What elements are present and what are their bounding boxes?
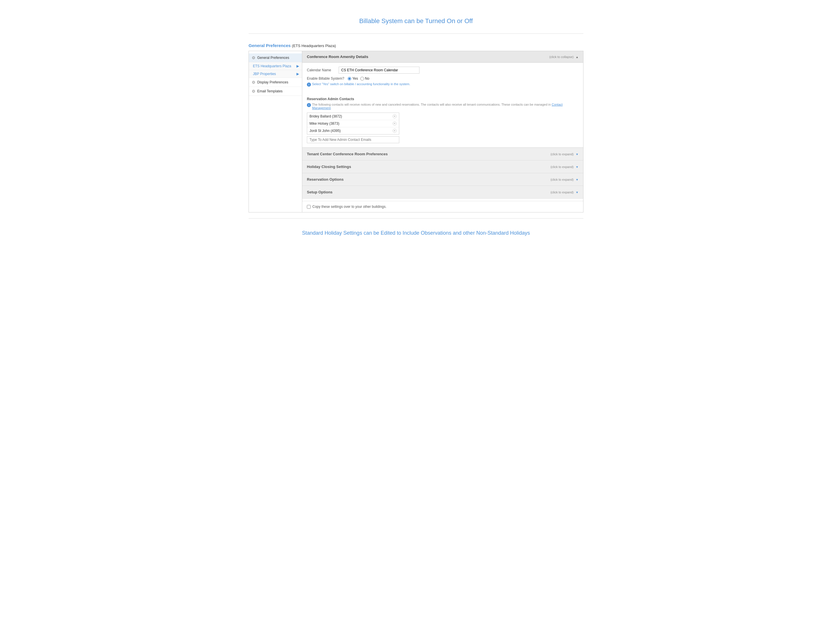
enable-billable-row: Enable Billable System? Yes No: [307, 77, 579, 80]
contact-item-1: Mike Holsey (3873) ✕: [307, 120, 399, 127]
conference-room-header: Conference Room Amenity Details (click t…: [302, 51, 583, 62]
collapsible-holiday-closing[interactable]: Holiday Closing Settings (click to expan…: [302, 160, 583, 173]
reservation-admin-info: i The following contacts will receive no…: [307, 103, 579, 110]
sidebar-item-label-email: Email Templates: [257, 89, 299, 93]
contact-remove-0[interactable]: ✕: [393, 114, 397, 118]
gear-icon-email: ⚙: [252, 89, 256, 94]
arrow-right-icon: ▶: [296, 64, 299, 68]
top-banner: Billable System can be Turned On or Off: [248, 6, 584, 34]
billable-radio-group: Yes No: [347, 77, 369, 80]
section-heading: General Preferences (ETS Headquarters Pl…: [248, 40, 584, 51]
tenant-center-expand-arrow: ▼: [576, 153, 579, 156]
section-heading-label: General Preferences: [248, 43, 291, 48]
content-area: Conference Room Amenity Details (click t…: [302, 51, 583, 212]
sidebar-item-email-templates[interactable]: ⚙ Email Templates: [249, 87, 302, 96]
contact-item-0: Bridey Ballard (3872) ✕: [307, 113, 399, 120]
collapsible-reservation-options[interactable]: Reservation Options (click to expand) ▼: [302, 173, 583, 186]
collapsible-tenant-center[interactable]: Tenant Center Conference Room Preference…: [302, 148, 583, 160]
billable-yes-label[interactable]: Yes: [347, 77, 358, 80]
setup-options-expand-arrow: ▼: [576, 191, 579, 194]
sidebar-item-ets-headquarters[interactable]: ETS Headquarters Plaza ▶: [249, 62, 302, 70]
enable-billable-label: Enable Billable System?: [307, 77, 344, 80]
copy-settings-row: Copy these settings over to your other b…: [302, 201, 583, 212]
contact-name-1: Mike Holsey (3873): [309, 121, 339, 126]
contact-remove-1[interactable]: ✕: [393, 121, 397, 126]
collapse-link[interactable]: (click to collapse) ▲: [549, 55, 579, 59]
contact-remove-2[interactable]: ✕: [393, 129, 397, 133]
sidebar-sub-label-jbp: JBP Properties: [253, 72, 276, 76]
holiday-closing-expand[interactable]: (click to expand) ▼: [550, 165, 579, 169]
copy-settings-label: Copy these settings over to your other b…: [312, 205, 387, 209]
contact-list: Bridey Ballard (3872) ✕ Mike Holsey (387…: [307, 113, 399, 134]
gear-icon: ⚙: [252, 56, 256, 60]
reservation-info-icon: i: [307, 103, 311, 107]
arrow-right-icon-jbp: ▶: [296, 72, 299, 76]
reservation-options-title: Reservation Options: [307, 177, 344, 182]
holiday-closing-expand-arrow: ▼: [576, 165, 579, 169]
contact-name-0: Bridey Ballard (3872): [309, 114, 342, 118]
bottom-banner: Standard Holiday Settings can be Edited …: [248, 218, 584, 248]
main-layout: ⚙ General Preferences ETS Headquarters P…: [248, 51, 584, 213]
reservation-options-expand-arrow: ▼: [576, 178, 579, 181]
calendar-name-row: Calendar Name: [307, 67, 579, 74]
sidebar: ⚙ General Preferences ETS Headquarters P…: [249, 51, 302, 212]
gear-icon-display: ⚙: [252, 80, 256, 85]
reservation-admin-title: Reservation Admin Contacts: [307, 97, 579, 101]
tenant-center-expand[interactable]: (click to expand) ▼: [550, 152, 579, 156]
sidebar-item-jbp-properties[interactable]: JBP Properties ▶: [249, 70, 302, 78]
conference-room-content: Calendar Name Enable Billable System? Ye…: [302, 62, 583, 93]
collapse-arrow: ▲: [576, 56, 579, 59]
sidebar-item-display-preferences[interactable]: ⚙ Display Preferences: [249, 78, 302, 87]
setup-options-title: Setup Options: [307, 190, 333, 194]
reservation-options-expand[interactable]: (click to expand) ▼: [550, 178, 579, 181]
sidebar-item-label-general: General Preferences: [257, 56, 299, 60]
setup-options-expand[interactable]: (click to expand) ▼: [550, 190, 579, 194]
conference-room-title: Conference Room Amenity Details: [307, 54, 368, 59]
holiday-closing-title: Holiday Closing Settings: [307, 165, 351, 169]
contact-name-2: Jordi St John (4395): [309, 129, 341, 133]
conference-room-section: Conference Room Amenity Details (click t…: [302, 51, 583, 148]
billable-no-label[interactable]: No: [360, 77, 369, 80]
reservation-admin-section: Reservation Admin Contacts i The followi…: [302, 93, 583, 147]
section-heading-sub: (ETS Headquarters Plaza): [292, 43, 336, 48]
add-contact-input[interactable]: [307, 136, 399, 143]
sidebar-item-label-display: Display Preferences: [257, 80, 299, 84]
billable-yes-radio[interactable]: [347, 77, 351, 80]
tenant-center-title: Tenant Center Conference Room Preference…: [307, 152, 388, 156]
calendar-name-input[interactable]: [339, 67, 419, 74]
sidebar-sub-label-ets: ETS Headquarters Plaza: [253, 64, 291, 68]
calendar-name-label: Calendar Name: [307, 68, 336, 72]
collapsible-setup-options[interactable]: Setup Options (click to expand) ▼: [302, 186, 583, 198]
billable-info-text: i Select "Yes" switch on billable / acco…: [307, 82, 579, 86]
sidebar-item-general-preferences[interactable]: ⚙ General Preferences: [249, 53, 302, 62]
info-icon: i: [307, 83, 311, 86]
copy-settings-checkbox[interactable]: [307, 205, 310, 209]
billable-no-radio[interactable]: [360, 77, 364, 80]
contact-item-2: Jordi St John (4395) ✕: [307, 127, 399, 134]
